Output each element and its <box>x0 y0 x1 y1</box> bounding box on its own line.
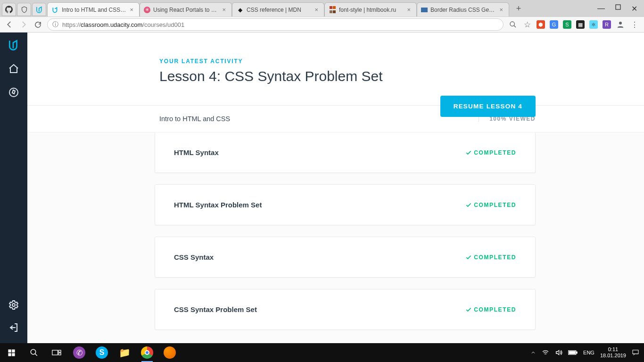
svg-rect-10 <box>52 350 58 355</box>
close-icon[interactable]: × <box>314 6 319 13</box>
address-bar[interactable]: ⓘ https://classroom.udacity.com/courses/… <box>47 18 504 31</box>
tab-border-radius[interactable]: Border Radius CSS Genera × <box>417 2 509 16</box>
svg-rect-6 <box>12 349 15 352</box>
extension-icons: ⬢ G S ▦ ⚛ R <box>537 20 611 29</box>
course-subbar: Intro to HTML and CSS 100% VIEWED <box>27 106 644 132</box>
lesson-card[interactable]: CSS Syntax Problem Set COMPLETED <box>155 289 536 330</box>
app-explorer[interactable]: 📁 <box>113 343 136 362</box>
wifi-icon[interactable] <box>542 349 549 356</box>
bookmark-star-icon[interactable]: ☆ <box>522 20 532 29</box>
settings-icon[interactable] <box>7 298 21 312</box>
svg-rect-8 <box>12 353 15 356</box>
app-viber[interactable]: ✆ <box>68 343 91 362</box>
app-chrome[interactable] <box>136 343 158 362</box>
app-skype[interactable]: S <box>91 343 113 362</box>
task-view-button[interactable] <box>45 343 68 362</box>
tray-overflow-icon[interactable] <box>530 350 536 355</box>
svg-rect-12 <box>58 353 61 355</box>
lesson-card-title: HTML Syntax Problem Set <box>174 201 262 209</box>
lesson-card-title: CSS Syntax <box>174 253 214 261</box>
site-info-icon[interactable]: ⓘ <box>52 20 58 29</box>
volume-icon[interactable] <box>555 349 562 356</box>
favicon <box>329 6 336 14</box>
favicon: ✳ <box>144 7 150 13</box>
tab-title: Border Radius CSS Genera <box>430 7 495 13</box>
home-icon[interactable] <box>7 62 21 76</box>
clock[interactable]: 0:11 18.01.2019 <box>600 346 626 359</box>
tab-udacity-course[interactable]: Intro to HTML and CSS - U × <box>47 2 140 16</box>
forward-button[interactable] <box>19 20 28 29</box>
start-button[interactable] <box>0 343 23 362</box>
status-badge: COMPLETED <box>465 202 516 208</box>
svg-point-9 <box>31 349 36 354</box>
app-firefox[interactable] <box>158 343 181 362</box>
pinned-tab-udacity[interactable] <box>32 3 46 16</box>
close-window-button[interactable]: ✕ <box>631 4 637 13</box>
status-badge: COMPLETED <box>465 306 516 313</box>
extension-icon[interactable]: ⬢ <box>537 20 545 29</box>
tab-react-portals[interactable]: ✳ Using React Portals to Ren × <box>140 2 232 16</box>
main-content[interactable]: YOUR LATEST ACTIVITY Lesson 4: CSS Synta… <box>27 33 644 343</box>
svg-point-3 <box>9 88 18 97</box>
status-badge: COMPLETED <box>465 254 516 261</box>
udacity-logo-icon[interactable] <box>7 38 21 52</box>
language-indicator[interactable]: ENG <box>583 350 594 355</box>
svg-rect-7 <box>8 353 11 356</box>
favicon: ◆ <box>236 6 244 14</box>
tab-title: Intro to HTML and CSS - U <box>62 7 126 13</box>
resume-lesson-button[interactable]: RESUME LESSON 4 <box>440 96 536 117</box>
svg-point-2 <box>619 22 622 25</box>
status-badge: COMPLETED <box>465 149 516 156</box>
back-button[interactable] <box>5 20 14 29</box>
clock-time: 0:11 <box>600 346 626 353</box>
close-icon[interactable]: × <box>129 6 134 13</box>
search-button[interactable] <box>23 343 45 362</box>
pinned-tab-shield[interactable] <box>17 3 31 16</box>
new-tab-button[interactable]: + <box>512 2 525 15</box>
tab-htmlbook[interactable]: font-style | htmlbook.ru × <box>324 2 417 16</box>
favicon <box>421 8 428 12</box>
lesson-card[interactable]: HTML Syntax Problem Set COMPLETED <box>155 184 536 225</box>
maximize-button[interactable] <box>615 4 621 13</box>
tab-title: font-style | htmlbook.ru <box>339 7 403 13</box>
minimize-button[interactable]: — <box>597 4 605 13</box>
lesson-card[interactable]: HTML Syntax COMPLETED <box>155 132 536 173</box>
extension-icon[interactable]: ▦ <box>576 20 585 29</box>
close-icon[interactable]: × <box>406 6 412 13</box>
extension-icon[interactable]: G <box>550 20 558 29</box>
reload-button[interactable] <box>33 20 42 29</box>
clock-date: 18.01.2019 <box>600 353 626 359</box>
extension-icon[interactable]: ⚛ <box>589 20 598 29</box>
svg-rect-0 <box>616 5 620 9</box>
lesson-card[interactable]: CSS Syntax COMPLETED <box>155 237 536 278</box>
extension-icon[interactable]: S <box>563 20 571 29</box>
chrome-menu-button[interactable]: ⋮ <box>630 20 639 29</box>
app-sidebar <box>0 33 27 343</box>
lesson-list: HTML Syntax COMPLETED HTML Syntax Proble… <box>27 132 644 343</box>
tab-mdn-css[interactable]: ◆ CSS reference | MDN × <box>232 2 324 16</box>
browser-chrome: Intro to HTML and CSS - U × ✳ Using Reac… <box>0 0 644 33</box>
svg-rect-16 <box>633 350 638 354</box>
url-text: https://classroom.udacity.com/courses/ud… <box>62 21 184 28</box>
close-icon[interactable]: × <box>221 6 227 13</box>
taskbar-apps: ✆ S 📁 <box>68 343 181 362</box>
battery-icon[interactable] <box>568 350 578 355</box>
svg-point-4 <box>12 304 15 306</box>
tab-title: Using React Portals to Ren <box>153 7 218 13</box>
svg-rect-5 <box>8 349 11 352</box>
page-viewport: YOUR LATEST ACTIVITY Lesson 4: CSS Synta… <box>0 33 644 343</box>
action-center-icon[interactable] <box>632 349 639 356</box>
close-icon[interactable]: × <box>498 6 504 13</box>
svg-rect-11 <box>58 350 61 352</box>
extension-icon[interactable]: R <box>603 20 611 29</box>
lesson-card-title: HTML Syntax <box>174 148 219 156</box>
compass-icon[interactable] <box>7 85 21 99</box>
profile-icon[interactable] <box>616 20 625 29</box>
lesson-card-title: CSS Syntax Problem Set <box>174 305 257 313</box>
pinned-tab-github[interactable] <box>2 3 16 16</box>
svg-rect-15 <box>570 352 576 354</box>
zoom-icon[interactable] <box>508 20 518 29</box>
window-controls: — ✕ <box>597 4 644 13</box>
course-name: Intro to HTML and CSS <box>159 115 230 123</box>
logout-icon[interactable] <box>7 321 21 335</box>
